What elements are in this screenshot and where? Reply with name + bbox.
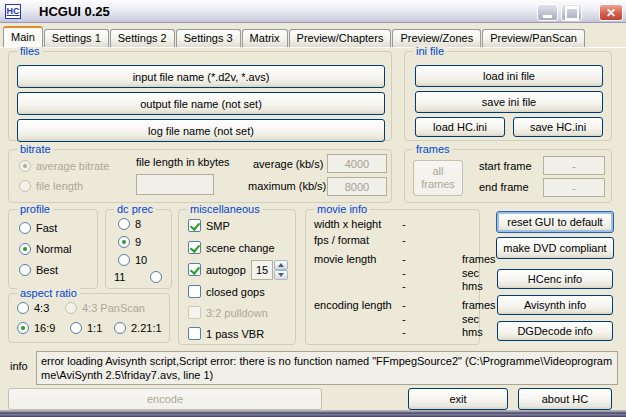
all-frames-button: all frames [413,160,463,196]
aspect-43-panscan-radio: 4:3 PanScan [65,302,145,314]
tab-preview-chapters[interactable]: Preview/Chapters [289,29,392,47]
end-frame-input: - [543,178,605,197]
dc-prec-8-radio[interactable]: 8 [118,218,141,230]
hcenc-info-button[interactable]: HCenc info [497,269,613,289]
movie-info-row: encoding length - frames [314,299,502,311]
radio-icon [17,302,29,314]
ini-file-group-legend: ini file [413,45,447,57]
tab-main[interactable]: Main [3,26,43,47]
avisynth-info-button[interactable]: Avisynth info [497,295,613,315]
radio-icon [17,322,29,334]
movie-info-row: movie length - frames [314,253,502,265]
aspect-ratio-group: aspect ratio 4:3 4:3 PanScan 16:9 1:1 2.… [8,293,170,343]
autogop-label: autogop [206,264,246,276]
radio-icon [19,243,31,255]
movie-info-row: - sec [314,267,502,279]
bitrate-group: bitrate average bitrate file length file… [8,149,392,203]
closed-gops-label: closed gops [206,286,265,298]
dc-prec-11-radio[interactable] [150,271,162,283]
movie-info-group: movie info width x height - fps / format… [305,209,480,345]
autogop-value-input[interactable]: 15 [251,260,273,280]
about-hc-button[interactable]: about HC [518,388,612,410]
load-ini-button[interactable]: load ini file [415,65,603,87]
profile-fast-label: Fast [36,222,57,234]
closed-gops-checkbox[interactable]: closed gops [188,285,265,298]
make-dvd-compliant-button[interactable]: make DVD compliant [496,237,614,259]
autogop-checkbox[interactable]: autogop [188,263,246,276]
one-pass-vbr-label: 1 pass VBR [206,328,264,340]
radio-icon [118,254,130,266]
tab-matrix[interactable]: Matrix [242,29,288,47]
profile-best-radio[interactable]: Best [19,264,58,276]
save-ini-button[interactable]: save ini file [415,91,603,113]
movie-info-row: fps / format - [314,234,502,246]
file-length-kbytes-label: file length in kbytes [136,156,230,168]
dc-prec-10-radio[interactable]: 10 [118,254,147,266]
scene-change-checkbox[interactable]: scene change [188,241,275,254]
ini-file-group: ini file load ini file save ini file loa… [404,51,612,141]
title-bar: HC HCGUI 0.25 [0,0,626,23]
radio-icon [118,218,130,230]
smp-checkbox[interactable]: SMP [188,219,230,232]
dc-prec-9-label: 9 [135,236,141,248]
dc-prec-9-radio[interactable]: 9 [118,236,141,248]
movie-info-row: width x height - [314,218,502,230]
aspect-43-radio[interactable]: 4:3 [17,302,49,314]
spinner-up-button[interactable] [274,260,288,270]
profile-group-legend: profile [17,203,53,215]
tab-preview-panscan[interactable]: Preview/PanScan [482,29,585,47]
close-button[interactable] [599,4,623,21]
aspect-2211-radio[interactable]: 2.21:1 [114,322,162,334]
dc-prec-11-label: 11 [114,271,125,283]
movie-info-row: - sec [314,313,502,325]
aspect-11-label: 1:1 [87,322,102,334]
aspect-43-panscan-label: 4:3 PanScan [82,302,145,314]
reset-gui-button[interactable]: reset GUI to default [496,211,614,233]
aspect-ratio-group-legend: aspect ratio [17,287,80,299]
radio-icon [19,180,31,192]
radio-icon [65,302,77,314]
start-frame-input: - [543,156,605,175]
one-pass-vbr-checkbox[interactable]: 1 pass VBR [188,327,264,340]
average-bitrate-radio: average bitrate [19,160,109,172]
radio-icon [70,322,82,334]
profile-fast-radio[interactable]: Fast [19,222,57,234]
window-title: HCGUI 0.25 [27,4,110,19]
aspect-169-radio[interactable]: 16:9 [17,322,55,334]
tab-settings-1[interactable]: Settings 1 [44,29,109,47]
maximum-kbs-label: maximum (kb/s) [248,180,326,192]
input-file-button[interactable]: input file name (*.d2v, *.avs) [17,65,385,88]
dc-prec-10-label: 10 [135,254,147,266]
frames-group: frames all frames start frame - end fram… [404,149,612,203]
minimize-button[interactable] [537,4,558,21]
frames-group-legend: frames [413,143,453,155]
dgdecode-info-button[interactable]: DGDecode info [497,321,613,341]
aspect-2211-label: 2.21:1 [131,322,162,334]
info-message-box: error loading Avisynth script,Script err… [36,351,618,385]
tab-settings-3[interactable]: Settings 3 [176,29,241,47]
output-file-button[interactable]: output file name (not set) [17,92,385,115]
profile-normal-radio[interactable]: Normal [19,243,71,255]
app-icon: HC [5,4,21,19]
profile-best-label: Best [36,264,58,276]
checkbox-icon [188,263,201,276]
tab-settings-2[interactable]: Settings 2 [110,29,175,47]
bitrate-group-legend: bitrate [17,143,54,155]
load-hc-ini-button[interactable]: load HC.ini [415,117,505,137]
dc-prec-group: dc prec 8 9 10 11 [105,209,172,289]
save-hc-ini-button[interactable]: save HC.ini [513,117,603,137]
scene-change-label: scene change [206,242,275,254]
spinner-down-button[interactable] [274,270,288,280]
maximum-kbs-input: 8000 [327,177,387,196]
exit-button[interactable]: exit [408,388,508,410]
aspect-11-radio[interactable]: 1:1 [70,322,102,334]
file-length-radio: file length [19,180,83,192]
file-length-input [136,174,214,195]
movie-info-row: - hms [314,280,502,292]
log-file-button[interactable]: log file name (not set) [17,119,385,142]
files-group: files input file name (*.d2v, *.avs) out… [8,51,392,141]
maximize-button[interactable] [561,4,582,21]
info-label: info [10,360,28,372]
encode-button: encode [8,388,322,410]
radio-icon [19,160,31,172]
